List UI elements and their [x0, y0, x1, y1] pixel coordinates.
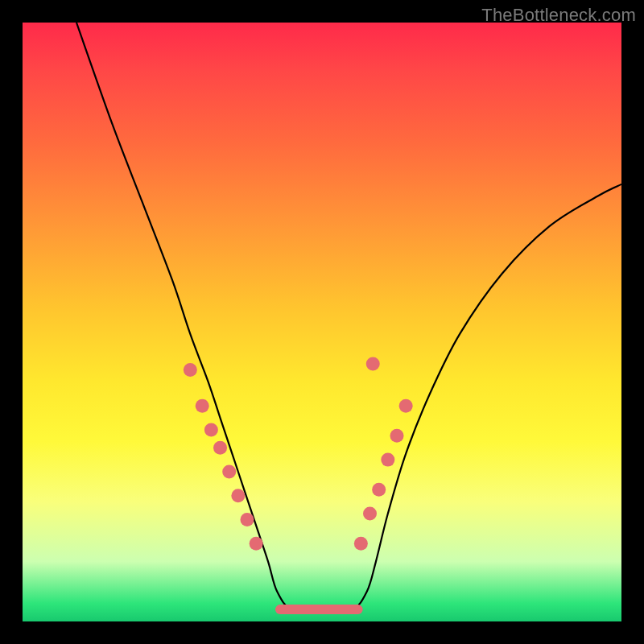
marker-dot	[222, 465, 236, 479]
marker-dot	[366, 357, 380, 371]
marker-dot	[213, 441, 227, 455]
marker-dot	[399, 399, 413, 413]
bottleneck-curve	[76, 23, 621, 611]
marker-dot	[184, 363, 197, 377]
marker-dot	[241, 513, 254, 526]
chart-svg	[23, 23, 621, 621]
marker-dot	[204, 423, 218, 436]
marker-dot	[231, 489, 245, 502]
marker-dot	[372, 483, 386, 497]
marker-dot	[390, 429, 404, 443]
marker-dot	[354, 537, 368, 551]
marker-dot	[381, 453, 394, 467]
watermark-text: TheBottleneck.com	[481, 5, 636, 26]
marker-dot	[250, 537, 263, 551]
marker-dot	[196, 399, 209, 413]
marker-cluster-right	[354, 357, 413, 551]
marker-dot	[363, 507, 377, 521]
chart-plot-area	[23, 23, 621, 621]
marker-cluster-left	[184, 363, 263, 551]
